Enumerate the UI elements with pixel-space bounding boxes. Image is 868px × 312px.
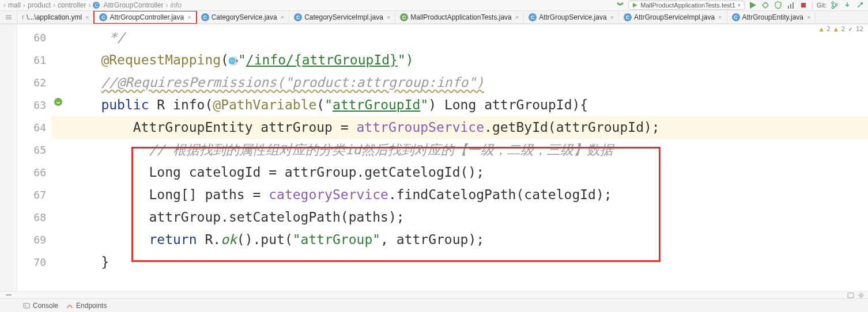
tab-attrgroupserviceimpl[interactable]: C AttrGroupServiceImpl.java × [619,11,727,24]
editor-tabbar: r \...\application.yml × C AttrGroupCont… [0,10,868,24]
svg-rect-21 [6,295,11,296]
close-icon[interactable]: × [718,14,722,21]
code-line: } [52,251,868,273]
tab-categoryserviceimpl[interactable]: C CategoryServiceImpl.java × [289,11,395,24]
tab-label: AttrGroupService.java [539,13,606,21]
tab-mallproductapplicationtests[interactable]: C MallProductApplicationTests.java × [395,11,524,24]
java-class-icon: C [732,13,740,21]
tab-application-yml[interactable]: r \...\application.yml × [17,11,94,24]
tab-label: MallProductApplicationTests.java [410,13,511,21]
line-number: 68 [17,206,52,229]
close-icon[interactable]: × [807,14,810,21]
line-number: 61 [17,49,52,71]
svg-marker-1 [750,2,756,9]
java-class-icon: C [624,13,632,21]
inspection-status[interactable]: ▲2 ▲2 ✓12 [820,25,863,33]
git-update-icon[interactable] [843,1,852,10]
minimize-icon[interactable] [3,287,14,298]
code-line: attrGroup.setCatelogPath(paths); [52,206,868,229]
crumb-mall[interactable]: mall [8,1,21,9]
class-icon: C [93,2,100,9]
console-label: Console [33,302,58,310]
settings-icon[interactable] [858,292,865,299]
tabbar-menu-icon[interactable] [0,11,17,24]
code-line: */ [52,26,868,49]
reader-mode-icon[interactable] [847,292,854,299]
java-class-icon: C [201,13,209,21]
console-icon [23,302,30,309]
close-icon[interactable]: × [187,14,191,21]
close-icon[interactable]: × [281,14,284,21]
git-branch-icon[interactable] [830,1,839,10]
line-number: 64 [17,116,52,139]
tab-attrgroupservice[interactable]: C AttrGroupService.java × [524,11,619,24]
code-line: AttrGroupEntity attrGroup = attrGroupSer… [52,116,868,139]
endpoints-label: Endpoints [76,302,107,310]
code-line: return R.ok().put("attrGroup", attrGroup… [52,229,868,251]
crumb-product[interactable]: product [28,1,51,9]
git-commit-icon[interactable] [855,1,865,10]
endpoints-icon [66,302,73,309]
svg-point-12 [832,6,834,9]
close-icon[interactable]: × [610,14,614,21]
chevron-down-icon: ▾ [738,2,741,8]
globe-icon[interactable]: 🌐▾ [229,56,238,66]
crumb-controller[interactable]: controller [58,1,86,9]
crumb-sep: › [88,1,90,9]
code-line: Long[] paths = categoryService.findCatel… [52,184,868,206]
stop-icon[interactable] [799,1,808,10]
code-line: // 根据找到的属性组对应的分类id然后找到对应的【一级，二级，三级】数据 [52,139,868,161]
warning-icon: ▲ [820,25,824,33]
crumb-sep: › [23,1,25,9]
java-class-icon: C [294,13,302,21]
tab-attrgroupcontroller[interactable]: C AttrGroupController.java × [93,10,197,24]
check-count: 12 [856,25,863,33]
close-icon[interactable]: × [387,14,390,21]
svg-rect-10 [801,3,806,7]
editor-footer-strip [0,291,868,298]
tab-label: \...\application.yml [27,13,82,21]
java-class-icon: C [99,13,107,21]
crumb-method[interactable]: info [170,1,181,9]
build-icon[interactable] [616,1,625,10]
coverage-icon[interactable] [773,1,783,10]
tab-prefix: r [22,13,24,21]
crumb-sep: › [3,1,6,9]
line-number: 69 [17,229,52,251]
console-tab[interactable]: Console [23,302,58,310]
endpoints-tab[interactable]: Endpoints [66,302,107,310]
crumb-sep: › [53,1,55,9]
weak-warning-icon: ▲ [834,25,838,33]
git-label: Git: [817,2,827,9]
close-icon[interactable]: × [515,14,519,21]
svg-marker-0 [633,3,637,7]
line-number: 66 [17,161,52,184]
tab-label: AttrGroupEntity.java [742,13,804,21]
svg-point-19 [860,294,862,296]
line-number: 67 [17,184,52,206]
profile-icon[interactable] [786,1,795,10]
code-line: //@RequiresPermissions("product:attrgrou… [52,71,868,94]
tab-label: AttrGroupController.java [110,13,184,21]
sep: | [812,1,813,9]
svg-rect-8 [790,4,791,9]
svg-rect-9 [792,2,794,9]
tab-attrgroupentity[interactable]: C AttrGroupEntity.java × [727,11,816,24]
java-test-icon: C [400,13,408,21]
run-config-dropdown[interactable]: MallProductApplicationTests.test1 ▾ [628,1,744,10]
code-area[interactable]: ▲2 ▲2 ✓12 */ @RequestMapping(🌐▾"/info/{a… [52,24,868,291]
line-number: 65 [17,139,52,161]
run-config-label: MallProductApplicationTests.test1 [640,2,735,9]
debug-icon[interactable] [761,1,770,10]
line-number: 63 [17,94,52,116]
tab-categoryservice[interactable]: C CategoryService.java × [197,11,290,24]
run-icon[interactable] [748,1,757,10]
svg-point-2 [763,3,768,7]
side-strip [0,24,17,291]
check-icon: ✓ [848,25,852,33]
close-icon[interactable]: × [85,14,89,21]
crumb-class[interactable]: AttrGroupController [103,1,163,9]
java-class-icon: C [529,13,537,21]
top-toolbar: MallProductApplicationTests.test1 ▾ | Gi… [612,0,868,10]
tab-label: AttrGroupServiceImpl.java [634,13,715,21]
